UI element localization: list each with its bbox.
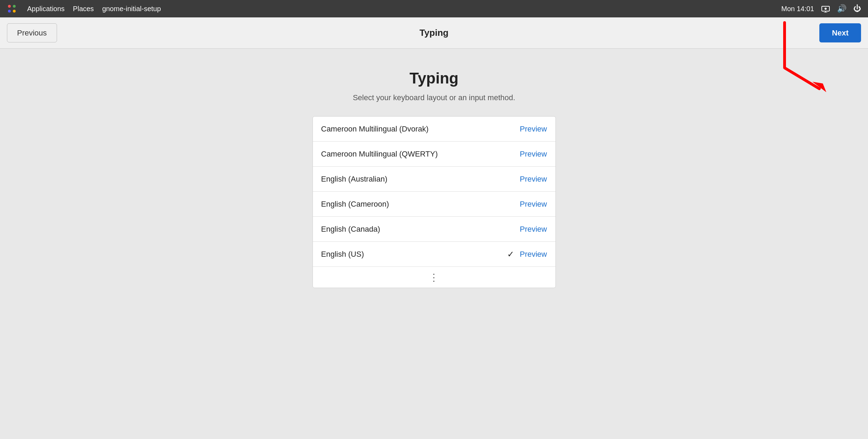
layout-item-name: English (US) [321,250,508,259]
layout-item-name: Cameroon Multilingual (QWERTY) [321,150,520,159]
layout-list-item[interactable]: English (US)✓Preview [313,242,555,267]
layout-item-preview-link[interactable]: Preview [520,250,547,259]
setup-menu[interactable]: gnome-initial-setup [102,5,161,13]
nav-bar: Previous Typing Next [0,17,868,49]
layout-item-name: English (Cameroon) [321,200,520,209]
sound-icon: 🔊 [837,4,846,13]
layout-item-preview-link[interactable]: Preview [520,175,547,184]
applications-menu[interactable]: Applications [27,5,65,13]
network-icon [821,5,830,13]
system-bar-left: Applications Places gnome-initial-setup [7,4,161,14]
layout-item-name: English (Australian) [321,175,520,184]
svg-point-0 [8,5,11,8]
layout-list-item[interactable]: English (Cameroon)Preview [313,192,555,217]
system-bar-menu: Applications Places gnome-initial-setup [27,5,161,13]
layout-item-name: English (Canada) [321,225,520,234]
svg-point-2 [8,10,11,13]
power-icon: ⏻ [853,4,861,13]
layout-more-button[interactable]: ⋮ [313,267,555,288]
system-bar-right: Mon 14:01 🔊 ⏻ [781,4,861,13]
layout-item-preview-link[interactable]: Preview [520,125,547,134]
layout-list-item[interactable]: English (Canada)Preview [313,217,555,242]
layout-list: Cameroon Multilingual (Dvorak)PreviewCam… [313,116,556,288]
page-title: Typing [409,70,459,87]
layout-list-item[interactable]: English (Australian)Preview [313,167,555,192]
layout-item-preview-link[interactable]: Preview [520,225,547,234]
svg-point-3 [13,10,16,13]
previous-button[interactable]: Previous [7,23,57,42]
system-time: Mon 14:01 [781,5,814,13]
next-button[interactable]: Next [819,23,861,42]
svg-point-5 [825,8,827,10]
page-subtitle: Select your keyboard layout or an input … [353,93,515,102]
main-content: Typing Select your keyboard layout or an… [0,49,868,309]
layout-item-preview-link[interactable]: Preview [520,150,547,159]
places-menu[interactable]: Places [73,5,94,13]
layout-list-item[interactable]: Cameroon Multilingual (Dvorak)Preview [313,117,555,142]
svg-point-1 [13,5,16,8]
system-bar: Applications Places gnome-initial-setup … [0,0,868,17]
layout-item-preview-link[interactable]: Preview [520,200,547,209]
layout-list-item[interactable]: Cameroon Multilingual (QWERTY)Preview [313,142,555,167]
gnome-logo-icon [7,4,17,14]
nav-bar-title: Typing [420,27,448,38]
layout-item-name: Cameroon Multilingual (Dvorak) [321,125,520,134]
more-dots-icon: ⋮ [429,272,439,283]
layout-item-checkmark: ✓ [507,249,514,259]
